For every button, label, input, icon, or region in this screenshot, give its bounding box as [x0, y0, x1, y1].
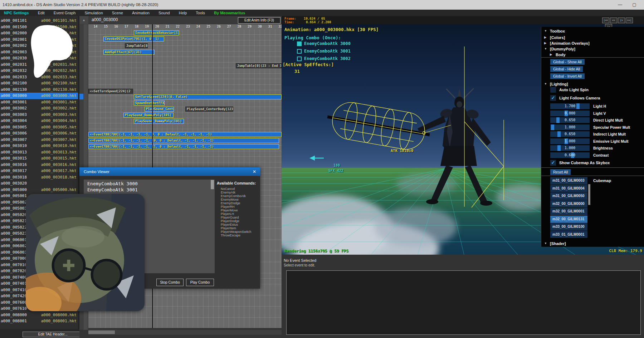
cubemap-item[interactable]: m32_00_GILM0000 — [550, 200, 587, 208]
unchecked-checkbox[interactable] — [297, 57, 302, 61]
timeline-event[interactable]: SetTurnSpeed[224](0, False) — [134, 94, 282, 99]
list-item[interactable]: a000_003018a000_003018.hkt — [0, 174, 78, 181]
collapse-arrow-icon[interactable]: ▼ — [544, 241, 547, 246]
list-item[interactable]: a000_003002a000_003002.hkt — [0, 105, 78, 112]
timeline-event[interactable]: InvokeAttackBehavior[1] — [134, 30, 179, 35]
timeline-event[interactable]: <=SetTurnSpeed[224](2 — [88, 89, 133, 94]
frame-ruler[interactable]: 14151617181920212223242526272829303132 — [88, 24, 282, 29]
menu-item-simulation[interactable]: Simulation — [84, 10, 103, 16]
list-item[interactable]: a000_003001a000_003001.hkt — [0, 99, 78, 106]
play-combo-button[interactable]: Play Combo — [186, 279, 214, 286]
cubemap-item[interactable]: m31_00_GILM0050 — [550, 192, 587, 200]
timeline-hscrollbar[interactable] — [88, 330, 282, 335]
list-item[interactable]: a000_003013a000_003013.hkt — [0, 149, 78, 156]
timeline-event[interactable]: <=Event700[700](-1, -1, -1, -1, 11, 0 : … — [88, 144, 279, 149]
global-button[interactable]: Global - Invert All — [550, 73, 585, 79]
list-item[interactable]: a000_003020 — [0, 180, 78, 187]
hscrollbar-thumb[interactable] — [88, 330, 115, 334]
list-item[interactable]: a000_003006a000_003006.hkt — [0, 130, 78, 137]
menu-item-help[interactable]: Help — [179, 10, 187, 16]
timeline-event[interactable]: AddSpEffect[67](31) — [103, 50, 155, 55]
list-item[interactable]: a000_003000a000_003000.hkt — [0, 93, 78, 99]
list-item[interactable]: a000_003015a000_003015.hkt — [0, 155, 78, 162]
collapse-button[interactable]: ▲ — [79, 16, 88, 24]
anim-tab[interactable]: a000_003000 — [92, 17, 118, 22]
menu-item-scene[interactable]: Scene — [112, 10, 123, 16]
checked-checkbox[interactable] — [297, 41, 302, 46]
timeline-event[interactable]: InvokeDS3Poise[795](1, 0, 1) — [103, 36, 164, 41]
minimize-button[interactable]: — — [614, 0, 626, 10]
expand-arrow-icon[interactable]: ▶ — [544, 40, 546, 46]
list-item[interactable]: a000_003016a000_003016.hkt — [0, 162, 78, 168]
combo-list-scrollbar[interactable] — [211, 180, 214, 189]
transport-button[interactable]: >>| — [626, 18, 633, 23]
menu-item-sound[interactable]: Sound — [158, 10, 170, 16]
slider-emissive-light-mult[interactable]: 1.000 — [550, 138, 590, 144]
slider-contrast[interactable]: 0.600 — [550, 152, 590, 158]
slider-brightness[interactable]: 1.000 — [550, 145, 590, 151]
combo-entry[interactable]: EnemyComboAtk 3001 — [87, 187, 215, 193]
timeline-event[interactable]: PlaySound_DummyPoly[191] — [134, 119, 184, 124]
transport-button[interactable]: |<< — [602, 18, 609, 23]
transport-button[interactable]: |> — [618, 18, 625, 23]
expand-arrow-icon[interactable]: ▶ — [550, 52, 552, 58]
collapse-arrow-icon[interactable]: ▼ — [544, 46, 547, 52]
menu-item-by-meowmaritus[interactable]: By Meowmaritus — [214, 10, 245, 16]
toolbox-header[interactable]: ▼Toolbox — [541, 28, 644, 34]
tree-item[interactable]: ▶[Colors] — [541, 35, 644, 40]
tree-item[interactable]: ▶Body — [541, 52, 644, 58]
checked-checkbox[interactable]: ✓ — [550, 95, 556, 101]
dialog-titlebar[interactable]: Combo Viewer ✕ — [79, 167, 260, 176]
collapse-arrow-icon[interactable]: ▼ — [544, 28, 547, 34]
shader-section[interactable]: ▼[Shader] — [541, 241, 644, 246]
stop-combo-button[interactable]: Stop Combo — [156, 279, 184, 286]
unchecked-checkbox[interactable] — [550, 87, 556, 93]
timeline-event[interactable]: <=Event700[700](-1, -1, -1, -1, 10, 0 : … — [88, 138, 279, 143]
expand-arrow-icon[interactable]: ▶ — [544, 35, 546, 40]
list-item[interactable]: a000_008001a000_008001.hkt — [0, 318, 78, 324]
menu-item-edit[interactable]: Edit — [38, 10, 45, 16]
cubemap-item[interactable]: m32_00_GILM0001 — [550, 208, 587, 215]
timeline-event[interactable]: PlaySound_CenterBody[ — [145, 107, 174, 112]
timeline-event[interactable]: JumpTable[0](23 : End If — [236, 63, 282, 68]
checked-checkbox[interactable]: ✓ — [550, 160, 556, 166]
list-item[interactable]: a000_003005a000_003005.hkt — [0, 124, 78, 131]
timeline-event[interactable]: PlaySound_DummyPoly[191] — [123, 113, 174, 118]
tree-item[interactable]: ▼[DummyPoly] — [541, 46, 644, 52]
list-item[interactable]: a000_003003a000_003003.hkt — [0, 112, 78, 118]
lighting-section[interactable]: ▼[Lighting] — [541, 81, 644, 87]
slider-indirect-light-mult[interactable]: 0.650 — [550, 131, 590, 137]
list-item[interactable]: a000_003017a000_003017.hkt — [0, 168, 78, 174]
edit-anim-info-button[interactable]: Edit Anim Info (F3) — [238, 17, 280, 24]
timeline-event[interactable]: PlaySound_CenterBody[123] — [185, 107, 233, 112]
cubemap-item[interactable]: m33_01_GILM0001 — [550, 231, 587, 238]
edit-tae-header-button[interactable]: Edit TAE Header... — [23, 332, 83, 337]
timeline-event[interactable]: <=Event700[700](-1, -1, -1, -1, 0, 0 : D… — [88, 132, 282, 137]
combo-entry[interactable]: EnemyComboAtk 3000 — [87, 181, 215, 187]
reset-all-button[interactable]: Reset All — [550, 169, 571, 175]
list-item[interactable]: a000_005000a000_005000.hkt — [0, 187, 78, 193]
slider-light-h[interactable]: 1.700 — [550, 103, 590, 109]
transport-button[interactable]: << — [610, 18, 617, 23]
timeline-event[interactable]: JumpTable[0] — [125, 43, 148, 48]
cubemap-list[interactable]: m31_00_GILM0003m31_00_GILM0004m31_00_GIL… — [550, 177, 587, 238]
maximize-button[interactable]: ▢ — [628, 0, 640, 10]
menu-item-tools[interactable]: Tools — [196, 10, 205, 16]
cubemap-item[interactable]: m32_00_GILM0131 — [550, 216, 587, 223]
list-item[interactable]: a000_003010a000_003010.hkt — [0, 143, 78, 149]
tree-item[interactable]: ▶[Animation Overlays] — [541, 40, 644, 46]
cubemap-item[interactable]: m31_00_GILM0004 — [550, 185, 587, 192]
collapse-arrow-icon[interactable]: ▼ — [544, 81, 547, 87]
menu-item-event-graph[interactable]: Event Graph — [54, 10, 76, 16]
unchecked-checkbox[interactable] — [297, 49, 302, 54]
menu-item-animation[interactable]: Animation — [132, 10, 150, 16]
list-item[interactable]: a000_002130a000_002130.hkt — [0, 87, 78, 93]
global-button[interactable]: Global - Hide All — [550, 66, 583, 72]
cubemap-item[interactable]: m31_00_GILM0003 — [550, 177, 587, 185]
list-item[interactable]: a000_008000a000_008000.hkt — [0, 312, 78, 318]
cubemap-item[interactable]: m33_00_GILM0100 — [550, 223, 587, 231]
list-item[interactable]: a000_003004a000_003004.hkt — [0, 118, 78, 124]
slider-specular-power-mult[interactable]: 1.000 — [550, 124, 590, 130]
list-item[interactable]: a000_003007a000_003007.hkt — [0, 137, 78, 143]
cubemap-scrollbar[interactable] — [588, 184, 590, 205]
